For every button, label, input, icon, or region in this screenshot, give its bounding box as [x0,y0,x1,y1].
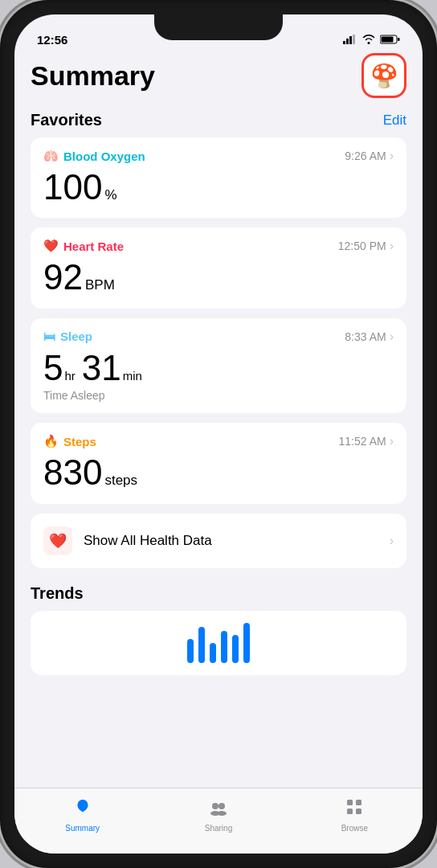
svg-rect-14 [356,809,361,814]
show-all-card[interactable]: ❤️ Show All Health Data › [31,514,406,568]
trend-bar [198,627,205,663]
profile-button[interactable]: 🍄 [361,53,406,98]
card-header-sleep: 🛏 Sleep 8:33 AM › [43,330,394,344]
card-header-steps: 🔥 Steps 11:52 AM › [43,434,394,448]
card-header-blood: 🫁 Blood Oxygen 9:26 AM › [43,149,394,163]
scroll-content[interactable]: Summary 🍄 Favorites Edit 🫁 Blood Oxygen [14,53,423,788]
status-icons [343,35,400,44]
trends-title: Trends [31,584,84,603]
steps-unit: steps [104,473,137,489]
trend-bar [210,643,216,663]
card-header-heart: ❤️ Heart Rate 12:50 PM › [43,239,394,253]
phone-screen: 12:56 [14,14,423,854]
sleep-min-label: min [123,369,142,383]
lungs-icon: 🫁 [43,149,59,163]
svg-rect-0 [343,41,345,44]
show-all-icon: ❤️ [43,526,72,555]
trends-section: Trends [31,584,406,675]
tab-summary[interactable]: Summary [14,796,150,833]
steps-time: 11:52 AM › [339,434,394,448]
steps-card[interactable]: 🔥 Steps 11:52 AM › 830 steps [31,423,406,503]
blood-oxygen-value: 100 [43,168,102,207]
tab-browse[interactable]: Browse [287,796,423,833]
svg-rect-13 [347,809,353,814]
tab-bar: Summary Sharing [14,788,423,854]
blood-oxygen-unit: % [104,187,116,203]
flame-icon: 🔥 [43,434,59,448]
trend-bar [221,631,227,663]
wifi-icon [362,35,375,44]
chevron-icon: › [390,149,394,163]
svg-point-8 [218,803,225,809]
trends-chart[interactable] [31,611,406,675]
trend-bar [243,623,250,663]
tab-sharing-label: Sharing [205,824,232,833]
trend-bar [232,635,239,663]
summary-tab-icon [72,796,93,821]
browse-tab-icon [344,796,365,821]
page-title: Summary [31,60,155,92]
chevron-icon: › [390,239,394,253]
heart-icon: ❤️ [43,239,59,253]
sleep-min-value: 31 [82,349,121,387]
sleep-sub: Time Asleep [43,389,394,402]
blood-oxygen-value-row: 100 % [43,168,394,207]
tab-sharing[interactable]: Sharing [150,796,286,833]
favorites-header: Favorites Edit [31,111,406,129]
heart-small-icon: ❤️ [49,532,67,550]
svg-rect-6 [382,37,394,43]
edit-button[interactable]: Edit [383,113,406,129]
status-time: 12:56 [37,33,67,47]
svg-rect-12 [356,800,361,805]
heart-rate-unit: BPM [85,277,115,293]
sleep-hr-label: hr [64,369,75,383]
svg-rect-1 [346,39,349,44]
chevron-icon: › [390,330,394,344]
svg-rect-5 [398,38,400,41]
bed-icon: 🛏 [43,330,55,343]
blood-oxygen-label: 🫁 Blood Oxygen [43,149,145,163]
sleep-time: 8:33 AM › [345,330,394,344]
notch [154,14,283,40]
sharing-tab-icon [208,796,229,821]
tab-browse-label: Browse [341,824,368,833]
heart-rate-time: 12:50 PM › [338,239,394,253]
phone-frame: 12:56 [0,0,437,868]
signal-icon [343,35,357,44]
svg-rect-2 [349,36,352,44]
svg-rect-3 [353,35,355,44]
heart-rate-value-row: 92 BPM [43,258,394,297]
steps-value: 830 [43,453,102,492]
steps-value-row: 830 steps [43,453,394,492]
tab-summary-label: Summary [65,824,100,833]
steps-label: 🔥 Steps [43,434,96,448]
svg-point-7 [212,803,218,809]
battery-icon [380,35,400,44]
sleep-label: 🛏 Sleep [43,330,92,343]
heart-rate-value: 92 [43,258,83,297]
sleep-value-row: 5 hr 31 min [43,349,394,387]
show-all-label: Show All Health Data [84,533,378,549]
blood-oxygen-time: 9:26 AM › [345,149,394,163]
heart-rate-label: ❤️ Heart Rate [43,239,124,253]
sleep-hr-value: 5 [43,349,63,387]
page-title-row: Summary 🍄 [31,53,406,98]
svg-point-10 [217,811,227,816]
favorites-title: Favorites [31,111,102,129]
trends-header: Trends [31,584,406,603]
chevron-icon: › [390,434,394,448]
blood-oxygen-card[interactable]: 🫁 Blood Oxygen 9:26 AM › 100 % [31,137,406,218]
profile-emoji: 🍄 [370,63,398,89]
show-all-chevron: › [390,534,394,548]
heart-rate-card[interactable]: ❤️ Heart Rate 12:50 PM › 92 BPM [31,227,406,308]
trend-bars [185,623,252,663]
trend-bar [187,639,194,663]
svg-rect-11 [347,800,353,805]
sleep-card[interactable]: 🛏 Sleep 8:33 AM › 5 hr 31 min Time Aslee… [31,318,406,413]
